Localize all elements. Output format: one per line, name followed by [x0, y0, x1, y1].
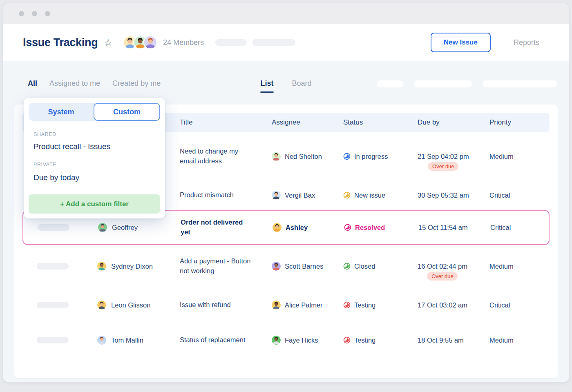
issue-title[interactable]: Product mismatch: [180, 190, 234, 200]
reporter-avatar: [97, 336, 106, 345]
status-clock-icon: [343, 301, 351, 309]
filter-tabs-row: All Assigned to me Created by me List Bo…: [3, 79, 569, 96]
status-clock-icon: [343, 192, 351, 199]
status-label: In progress: [354, 153, 388, 160]
table-row[interactable]: Sydney Dixon Add a payment - Button not …: [22, 245, 550, 287]
reporter-name: Geoffrey: [112, 224, 138, 232]
row-placeholder-pill: [37, 263, 69, 270]
status-label: Closed: [354, 263, 375, 270]
reporter-name: Sydney Dixon: [111, 263, 153, 270]
add-custom-filter-button[interactable]: + Add a custom filter: [29, 194, 160, 214]
reporter-avatar: [98, 223, 107, 232]
priority-label: Medium: [489, 336, 514, 344]
column-header-due-by[interactable]: Due by: [418, 118, 489, 127]
priority-label: Medium: [489, 153, 514, 160]
header-placeholder-pill: [215, 39, 247, 46]
priority-label: Critical: [489, 301, 510, 309]
assignee-name: Faye Hicks: [285, 336, 318, 344]
assignee-name: Ned Shelton: [285, 153, 322, 160]
column-header-assignee[interactable]: Assignee: [272, 118, 343, 127]
toolbar-placeholder-pill: [377, 80, 403, 87]
window-dot-icon[interactable]: [32, 11, 37, 16]
status-clock-icon: [344, 224, 351, 231]
status-label: New issue: [354, 192, 385, 199]
window-dot-icon[interactable]: [45, 11, 50, 16]
view-board[interactable]: Board: [292, 79, 311, 93]
view-switcher: List Board: [260, 79, 311, 93]
assignee-avatar: [272, 301, 281, 310]
custom-filter-popover: System Custom SHARED Product recall - Is…: [24, 98, 165, 218]
popover-tab-system[interactable]: System: [29, 103, 94, 121]
priority-label: Critical: [490, 224, 511, 232]
assignee-name: Scott Barnes: [285, 263, 323, 270]
reporter-name: Leon Glisson: [111, 301, 150, 309]
row-placeholder-pill: [38, 224, 69, 231]
due-date: 21 Sep 04:02 pm: [418, 153, 469, 160]
status-label: Resolved: [355, 224, 385, 232]
issue-title[interactable]: Status of replacement: [180, 335, 246, 345]
issue-title[interactable]: Order not delivered yet: [181, 218, 252, 237]
overdue-badge: Over due: [427, 272, 458, 281]
shared-filter-item[interactable]: Product recall - Issues: [34, 142, 160, 151]
status-clock-icon: [343, 153, 351, 160]
tab-created-by-me[interactable]: Created by me: [112, 79, 161, 88]
row-placeholder-pill: [37, 302, 69, 308]
issue-title[interactable]: Issue with refund: [180, 300, 231, 310]
priority-label: Critical: [489, 192, 510, 199]
assignee-name: Alice Palmer: [285, 301, 323, 309]
assignee-name: Vergil Bax: [285, 192, 315, 199]
assignee-avatar: [272, 262, 281, 271]
due-date: 30 Sep 05:32 am: [418, 192, 469, 199]
due-date: 16 Oct 02:44 pm: [418, 263, 467, 270]
due-date: 17 Oct 03:02 am: [418, 301, 467, 309]
private-section-heading: PRIVATE: [34, 162, 160, 167]
member-avatars[interactable]: [123, 36, 157, 49]
toolbar-placeholder-pill: [483, 80, 557, 87]
due-date: 18 Oct 9:55 am: [418, 336, 464, 344]
tab-all[interactable]: All: [28, 79, 37, 88]
status-label: Testing: [354, 301, 375, 309]
app-window: Issue Tracking ☆ 24 Members New Issue Re…: [3, 3, 569, 382]
reporter-name: Tom Mallin: [111, 336, 143, 344]
app-header: Issue Tracking ☆ 24 Members New Issue Re…: [3, 24, 569, 61]
due-date: 15 Oct 11:54 am: [418, 224, 468, 232]
toolbar-placeholder-pill: [414, 80, 472, 87]
column-header-status[interactable]: Status: [343, 118, 418, 127]
header-placeholder-pill: [252, 39, 295, 46]
column-header-priority[interactable]: Priority: [489, 118, 550, 127]
new-issue-button[interactable]: New Issue: [431, 33, 491, 52]
members-count[interactable]: 24 Members: [163, 38, 204, 47]
status-clock-icon: [343, 263, 351, 270]
member-avatar: [143, 36, 157, 49]
column-header-title[interactable]: Title: [180, 118, 272, 127]
view-list[interactable]: List: [260, 79, 273, 93]
status-clock-icon: [343, 336, 351, 344]
issue-title[interactable]: Add a payment - Button not working: [180, 256, 251, 276]
assignee-avatar: [272, 191, 281, 200]
toolbar-placeholders: [377, 80, 557, 87]
status-label: Testing: [354, 336, 375, 344]
issue-title[interactable]: Need to change my email address: [180, 147, 251, 166]
private-filter-item[interactable]: Due by today: [34, 173, 160, 182]
assignee-avatar: [272, 152, 281, 161]
priority-label: Medium: [489, 263, 514, 270]
table-row[interactable]: Tom Mallin Status of replacement Faye Hi…: [22, 323, 550, 358]
window-dot-icon[interactable]: [19, 11, 24, 16]
reporter-avatar: [97, 262, 106, 271]
tab-assigned-to-me[interactable]: Assigned to me: [49, 79, 100, 88]
assignee-avatar: [272, 336, 281, 345]
table-row[interactable]: Leon Glisson Issue with refund Alice Pal…: [22, 287, 550, 323]
popover-tab-toggle: System Custom: [29, 103, 160, 121]
reporter-avatar: [97, 301, 106, 310]
overdue-badge: Over due: [428, 162, 458, 171]
window-chrome: [3, 3, 569, 24]
assignee-name: Ashley: [286, 224, 308, 232]
row-placeholder-pill: [37, 337, 69, 343]
star-icon[interactable]: ☆: [104, 38, 112, 47]
reports-link[interactable]: Reports: [514, 38, 539, 47]
page-title: Issue Tracking: [23, 36, 98, 49]
shared-section-heading: SHARED: [34, 131, 160, 137]
assignee-avatar: [273, 223, 282, 232]
popover-tab-custom[interactable]: Custom: [94, 103, 160, 121]
